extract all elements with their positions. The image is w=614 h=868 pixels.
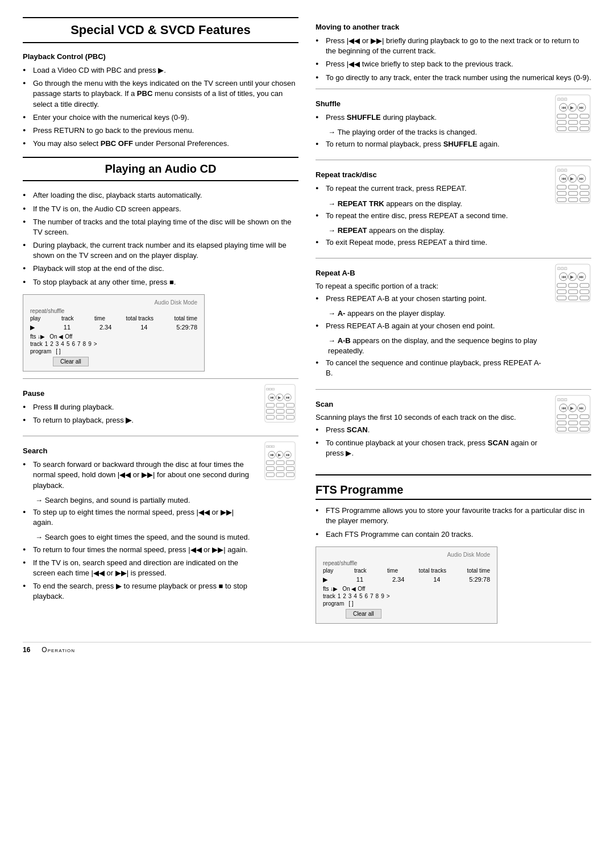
svg-rect-99 (557, 427, 566, 431)
shuffle-title: Shuffle (316, 99, 547, 108)
svg-rect-43 (569, 114, 578, 118)
right-column: Moving to another track Press |◀◀ or ▶▶|… (316, 17, 591, 631)
search-list: To search forward or backward through th… (23, 460, 255, 491)
svg-rect-67 (580, 198, 589, 202)
svg-rect-101 (580, 427, 589, 431)
list-item: To go directly to any track, enter the t… (316, 73, 591, 83)
scan-section: Scan Scanning plays the first 10 seconds… (316, 394, 591, 464)
svg-rect-48 (557, 127, 566, 131)
svg-rect-97 (569, 421, 578, 425)
svg-rect-84 (580, 296, 589, 300)
list-item: To end the search, press ▶ to resume pla… (23, 581, 255, 602)
list-item: To repeat the current track, press REPEA… (316, 183, 547, 194)
scan-list: Press SCAN. To continue playback at your… (316, 425, 547, 459)
svg-rect-42 (557, 114, 566, 118)
display-data: ▶ 11 2.34 14 5:29:78 (30, 324, 197, 331)
footer: 16 Operation (23, 642, 591, 654)
svg-rect-10 (286, 403, 294, 407)
search-list-3: To return to four times the normal speed… (23, 545, 255, 602)
display-data-2: ▶ 11 2.34 14 5:29:78 (323, 576, 490, 583)
page-number: 16 (23, 646, 30, 654)
list-item: To return to playback, press ▶. (23, 415, 255, 425)
svg-text:⊡⊡⊡: ⊡⊡⊡ (266, 387, 275, 391)
svg-rect-59 (557, 185, 566, 189)
svg-rect-63 (569, 191, 578, 195)
svg-text:⏭: ⏭ (579, 406, 584, 411)
svg-text:⊡⊡⊡: ⊡⊡⊡ (557, 398, 567, 402)
svg-rect-65 (557, 198, 566, 202)
display-box-1: Audio Disk Mode repeat/shuffle play trac… (23, 294, 205, 372)
svg-rect-31 (266, 473, 274, 477)
svg-rect-96 (557, 421, 566, 425)
svg-rect-16 (286, 415, 294, 419)
svg-rect-95 (580, 415, 589, 419)
repeat-ab-remote-icon: ⊡⊡⊡ ⏮ ▶ ⏭ (554, 263, 591, 304)
svg-rect-61 (580, 185, 589, 189)
fts-list: FTS Programme allows you to store your f… (316, 506, 591, 540)
list-item: Playback will stop at the end of the dis… (23, 264, 298, 274)
list-item: To stop playback at any other time, pres… (23, 277, 298, 287)
shuffle-list: Press SHUFFLE during playback. (316, 112, 547, 123)
list-item: Press RETURN to go back to the previous … (23, 126, 298, 136)
svg-rect-98 (580, 421, 589, 425)
list-item: If the TV is on, search speed and direct… (23, 558, 255, 578)
list-item: Press SHUFFLE during playback. (316, 112, 547, 123)
repeat-track-list-2: To repeat the entire disc, press REPEAT … (316, 211, 547, 221)
svg-rect-28 (266, 467, 274, 471)
search-section: Search To search forward or backward thr… (23, 441, 298, 606)
shuffle-remote-icon: ⊡⊡⊡ ⏮ ▶ ⏭ (554, 94, 591, 135)
svg-text:⏭: ⏭ (286, 453, 290, 457)
svg-rect-27 (286, 461, 294, 465)
shuffle-list-2: To return to normal playback, press SHUF… (316, 139, 547, 149)
fts-row-2: fts ↓▶ On ◀ Off (323, 586, 490, 592)
svg-rect-100 (569, 427, 578, 431)
pause-section: Pause Press II during playback. To retur… (23, 383, 298, 430)
list-item: You may also select PBC OFF under Person… (23, 139, 298, 149)
arrow-item: REPEAT TRK appears on the display. (316, 199, 547, 209)
svg-text:⏭: ⏭ (286, 395, 290, 399)
svg-rect-15 (276, 415, 284, 419)
svg-rect-8 (266, 403, 274, 407)
fts-row: fts ↓▶ On ◀ Off (30, 333, 197, 340)
search-list-2: To step up to eight times the normal spe… (23, 507, 255, 528)
svg-rect-93 (557, 415, 566, 419)
svg-text:⊡⊡⊡: ⊡⊡⊡ (557, 97, 567, 101)
pbc-list: Load a Video CD with PBC and press ▶. Go… (23, 65, 298, 149)
svg-text:⊡⊡⊡: ⊡⊡⊡ (266, 444, 275, 448)
svg-rect-79 (557, 290, 566, 294)
svg-text:⏮: ⏮ (270, 395, 274, 399)
fts-title: FTS Programme (316, 483, 591, 500)
svg-rect-30 (286, 467, 294, 471)
list-item: Load a Video CD with PBC and press ▶. (23, 65, 298, 76)
display-box-2: Audio Disk Mode repeat/shuffle play trac… (316, 546, 497, 624)
svg-text:⏮: ⏮ (562, 274, 566, 279)
scan-remote-icon: ⊡⊡⊡ ⏮ ▶ ⏭ (554, 394, 591, 436)
list-item: Press REPEAT A-B at your chosen starting… (316, 294, 547, 304)
svg-rect-9 (276, 403, 284, 407)
audio-cd-list: After loading the disc, playback starts … (23, 190, 298, 287)
search-remote-icon: ⊡⊡⊡ ⏮ ▶ ⏭ (262, 441, 298, 482)
list-item: After loading the disc, playback starts … (23, 190, 298, 201)
list-item: To cancel the sequence and continue play… (316, 358, 547, 378)
repeat-track-section: Repeat track/disc To repeat the current … (316, 165, 591, 252)
scan-intro: Scanning plays the first 10 seconds of e… (316, 413, 547, 422)
svg-text:▶: ▶ (570, 406, 574, 411)
svg-rect-60 (569, 185, 578, 189)
moving-title: Moving to another track (316, 23, 591, 31)
list-item: To return to normal playback, press SHUF… (316, 139, 547, 149)
svg-rect-94 (569, 415, 578, 419)
list-item: Press II during playback. (23, 402, 255, 412)
list-item: Press |◀◀ twice briefly to step back to … (316, 59, 591, 69)
program-row-2: program [ ] (323, 600, 490, 607)
svg-text:▶: ▶ (278, 453, 281, 457)
svg-text:▶: ▶ (278, 395, 281, 399)
repeat-track-title: Repeat track/disc (316, 170, 547, 179)
svg-rect-26 (276, 461, 284, 465)
svg-rect-13 (286, 409, 294, 413)
list-item: Each FTS Programme can contain 20 tracks… (316, 529, 591, 540)
repeat-ab-title: Repeat A-B (316, 269, 547, 277)
tracks-row-2: track 123456789 > (323, 593, 490, 599)
arrow-item: A- appears on the player display. (316, 308, 547, 319)
svg-text:⏮: ⏮ (562, 105, 566, 110)
list-item: To step up to eight times the normal spe… (23, 507, 255, 528)
